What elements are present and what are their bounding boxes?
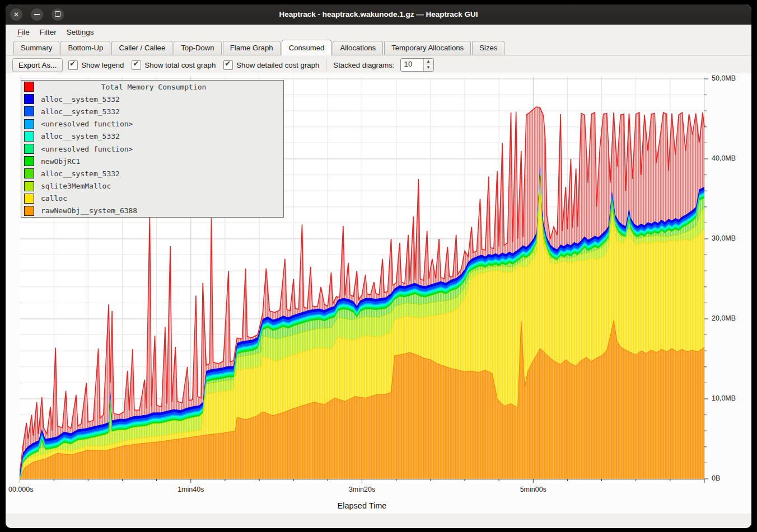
y-tick-label: 30,0MB bbox=[712, 234, 736, 242]
legend-swatch-icon bbox=[24, 94, 34, 104]
tab-bar: SummaryBottom-UpCaller / CalleeTop-DownF… bbox=[6, 39, 751, 55]
stepper-up-icon[interactable]: ▲ bbox=[424, 59, 433, 65]
legend-label: alloc__system_5332 bbox=[41, 95, 120, 103]
checkbox-show-legend[interactable]: Show legend bbox=[68, 60, 124, 70]
legend-item: alloc__system_5332 bbox=[21, 105, 283, 117]
checkbox-check-icon bbox=[68, 60, 78, 70]
checkbox-label: Show detailed cost graph bbox=[236, 61, 319, 69]
menu-file[interactable]: File bbox=[12, 26, 35, 38]
legend-label: Total Memory Consumption bbox=[41, 83, 283, 91]
window-title: Heaptrack - heaptrack.wakunode.1.gz — He… bbox=[73, 4, 684, 25]
legend-swatch-icon bbox=[24, 181, 34, 191]
checkbox-check-icon bbox=[223, 60, 233, 70]
legend-swatch-icon bbox=[24, 144, 34, 154]
checkbox-show-total-cost-graph[interactable]: Show total cost graph bbox=[132, 60, 216, 70]
tab-sizes[interactable]: Sizes bbox=[472, 41, 504, 55]
y-tick-label: 10,0MB bbox=[712, 394, 736, 402]
legend-label: <unresolved function> bbox=[41, 120, 133, 128]
menu-settings[interactable]: Settings bbox=[62, 26, 99, 38]
minimize-icon[interactable] bbox=[31, 8, 43, 21]
legend-label: calloc bbox=[41, 194, 67, 203]
stepper-value: 10 bbox=[401, 59, 423, 71]
tab-top-down[interactable]: Top-Down bbox=[174, 41, 221, 55]
tab-allocations[interactable]: Allocations bbox=[333, 41, 383, 55]
legend-item: calloc bbox=[21, 192, 283, 205]
stacked-diagrams-stepper[interactable]: 10 ▲ ▼ bbox=[400, 58, 434, 72]
legend-label: rawNewObj__system_6388 bbox=[41, 206, 137, 215]
y-tick-label: 20,0MB bbox=[712, 314, 736, 322]
tab-caller-callee[interactable]: Caller / Callee bbox=[111, 41, 172, 55]
legend-label: <unresolved function> bbox=[41, 145, 133, 153]
close-icon[interactable]: ✕ bbox=[10, 8, 22, 21]
window-footer bbox=[6, 514, 751, 528]
tab-temporary-allocations[interactable]: Temporary Allocations bbox=[384, 41, 471, 55]
x-tick-label: 00.000s bbox=[8, 486, 33, 493]
legend-swatch-icon bbox=[24, 206, 34, 216]
legend-label: alloc__system_5332 bbox=[41, 132, 120, 140]
legend-swatch-icon bbox=[24, 168, 34, 178]
toolbar: Export As... Show legendShow total cost … bbox=[6, 55, 751, 74]
legend-item: alloc__system_5332 bbox=[21, 93, 283, 105]
checkbox-show-detailed-cost-graph[interactable]: Show detailed cost graph bbox=[223, 60, 319, 70]
x-tick-label: 3min20s bbox=[349, 486, 375, 493]
legend-item: <unresolved function> bbox=[21, 118, 283, 130]
legend-item: alloc__system_5332 bbox=[21, 130, 283, 143]
y-tick-label: 0B bbox=[712, 474, 720, 482]
menu-bar: FileFilterSettings bbox=[6, 25, 751, 39]
legend-swatch-icon bbox=[24, 131, 34, 142]
export-as-button[interactable]: Export As... bbox=[12, 58, 63, 72]
checkbox-label: Show total cost graph bbox=[144, 61, 216, 69]
checkbox-check-icon bbox=[132, 60, 141, 70]
stacked-diagrams-label: Stacked diagrams: bbox=[333, 61, 394, 69]
app-window: ✕ Heaptrack - heaptrack.wakunode.1.gz — … bbox=[6, 4, 751, 528]
legend-label: alloc__system_5332 bbox=[41, 107, 120, 116]
legend-label: newObjRC1 bbox=[41, 157, 80, 166]
toolbar-separator bbox=[326, 59, 326, 71]
legend-label: sqlite3MemMalloc bbox=[41, 182, 111, 190]
y-tick-label: 40,0MB bbox=[712, 154, 736, 162]
legend-label: alloc__system_5332 bbox=[41, 170, 120, 178]
consumed-chart: Total Memory Consumptionalloc__system_53… bbox=[6, 73, 751, 514]
legend-item: newObjRC1 bbox=[21, 155, 283, 167]
legend-item: alloc__system_5332 bbox=[21, 167, 283, 180]
x-axis-title: Elapsed Time bbox=[338, 501, 387, 510]
y-tick-label: 50,0MB bbox=[712, 74, 736, 82]
tab-bottom-up[interactable]: Bottom-Up bbox=[60, 41, 110, 55]
stepper-down-icon[interactable]: ▼ bbox=[424, 65, 433, 71]
x-tick-label: 1min40s bbox=[177, 486, 204, 493]
legend-item: rawNewObj__system_6388 bbox=[21, 205, 283, 217]
maximize-icon[interactable] bbox=[52, 8, 64, 21]
legend-item: Total Memory Consumption bbox=[21, 81, 283, 93]
menu-filter[interactable]: Filter bbox=[35, 26, 62, 38]
legend-swatch-icon bbox=[24, 119, 34, 129]
legend-swatch-icon bbox=[24, 194, 34, 204]
legend-item: <unresolved function> bbox=[21, 143, 283, 155]
chart-legend: Total Memory Consumptionalloc__system_53… bbox=[21, 80, 284, 218]
x-tick-label: 5min00s bbox=[520, 486, 546, 493]
tab-summary[interactable]: Summary bbox=[13, 41, 59, 55]
tab-flame-graph[interactable]: Flame Graph bbox=[223, 41, 281, 55]
legend-swatch-icon bbox=[24, 82, 34, 92]
legend-swatch-icon bbox=[24, 106, 34, 116]
legend-swatch-icon bbox=[24, 156, 34, 166]
title-bar: ✕ Heaptrack - heaptrack.wakunode.1.gz — … bbox=[6, 4, 751, 25]
checkbox-label: Show legend bbox=[81, 61, 124, 69]
tab-consumed[interactable]: Consumed bbox=[282, 40, 332, 55]
legend-item: sqlite3MemMalloc bbox=[21, 180, 283, 192]
